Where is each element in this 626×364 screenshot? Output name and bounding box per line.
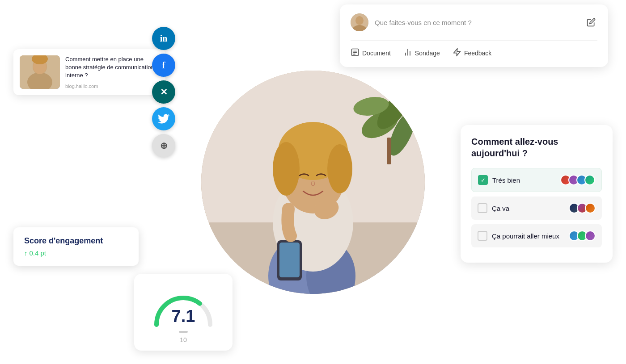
score-arrow-up: ↑ [24,249,28,257]
svg-rect-7 [387,138,391,164]
svg-point-14 [273,142,300,196]
survey-option-1[interactable]: ✓ Très bien [471,168,602,192]
survey-option-2-left: Ça va [478,203,509,213]
hero-image [201,71,425,294]
article-title: Comment mettre en place une bonne straté… [65,55,159,80]
survey-option-2[interactable]: Ça va [471,197,602,220]
composer-divider [351,40,597,41]
composer-header: Que faites-vous en ce moment ? [351,13,597,31]
engagement-score-card: Score d'engagement ↑ 0.4 pt [13,227,139,266]
survey-option-3-label: Ça pourrait aller mieux [492,232,559,240]
twitter-icon[interactable] [152,107,175,130]
post-composer-card: Que faites-vous en ce moment ? Document [340,4,608,67]
survey-option-1-left: ✓ Très bien [478,175,520,185]
avatar-4 [584,175,595,185]
social-share-icons: in f ✕ ⊕ [152,27,175,157]
article-info: Comment mettre en place une bonne straté… [65,55,159,89]
avatar-7 [585,203,596,213]
svg-point-26 [355,16,364,25]
document-icon [351,48,360,58]
feedback-label: Feedback [464,50,491,57]
survey-checkbox-1[interactable]: ✓ [478,175,488,185]
survey-icon [403,48,412,58]
facebook-icon[interactable]: f [152,54,175,77]
score-delta-value: 0.4 pt [30,249,47,257]
svg-marker-35 [453,49,460,56]
avatar-10 [585,230,596,241]
feedback-action[interactable]: Feedback [453,48,491,58]
composer-placeholder[interactable]: Que faites-vous en ce moment ? [375,19,585,26]
share-card: Comment mettre en place une bonne straté… [13,49,165,95]
composer-avatar [351,13,368,31]
gauge-container: 7.1 [148,285,219,329]
linkedin-icon[interactable]: in [152,27,175,50]
edit-icon[interactable] [585,16,597,29]
gauge-max: 10 [180,336,187,343]
survey-option-3-avatars [571,230,596,241]
document-label: Document [362,50,391,57]
survey-action[interactable]: Sondage [403,48,440,58]
survey-option-1-avatars [563,175,595,185]
survey-checkbox-3[interactable] [478,231,487,241]
score-title: Score d'engagement [24,236,128,246]
composer-actions: Document Sondage Feedback [351,48,597,58]
article-thumbnail [20,55,60,89]
survey-option-3[interactable]: Ça pourrait aller mieux [471,224,602,247]
svg-rect-18 [279,243,300,277]
gauge-number: 7.1 [172,308,195,325]
gauge-value: 7.1 [172,308,195,325]
survey-option-3-left: Ça pourrait aller mieux [478,231,559,241]
feedback-icon [453,48,461,58]
article-domain: blog.haiilo.com [65,84,159,89]
survey-title: Comment allez-vous aujourd'hui ? [471,136,602,159]
survey-label: Sondage [415,50,440,57]
mood-survey-card: Comment allez-vous aujourd'hui ? ✓ Très … [461,125,613,263]
document-action[interactable]: Document [351,48,391,58]
survey-option-2-label: Ça va [492,205,509,212]
survey-option-2-avatars [571,203,596,213]
score-delta: ↑ 0.4 pt [24,249,128,257]
xing-icon[interactable]: ✕ [152,80,175,104]
gauge-card: 7.1 10 [134,274,233,351]
svg-point-15 [327,144,352,193]
survey-option-1-label: Très bien [492,176,520,184]
survey-checkbox-2[interactable] [478,203,487,213]
copy-link-icon[interactable]: ⊕ [152,134,175,157]
